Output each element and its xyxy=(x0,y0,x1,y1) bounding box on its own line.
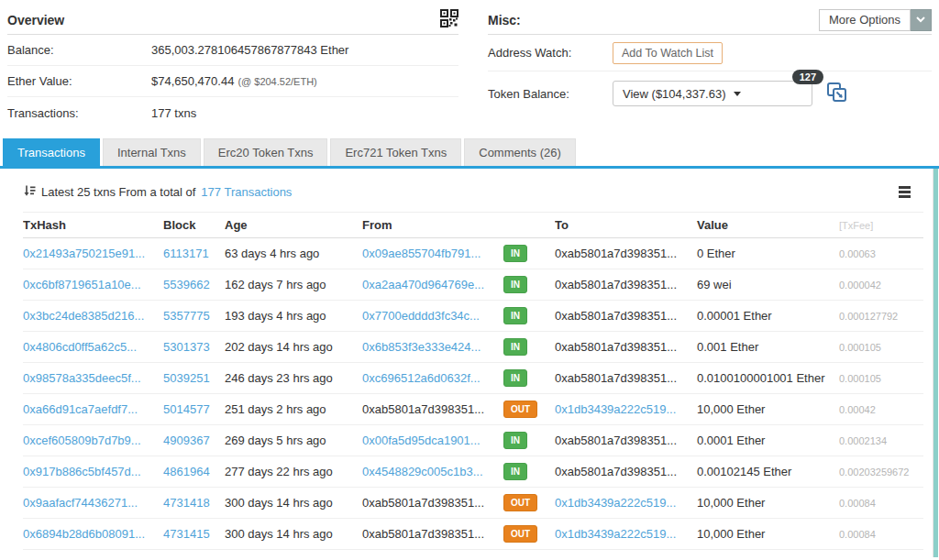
to-address[interactable]: 0x1db3439a222c519... xyxy=(555,496,676,510)
txfee-cell: 0.000127792 xyxy=(839,311,923,322)
from-address[interactable]: 0xc696512a6d0632f... xyxy=(362,371,481,385)
table-body: 0x21493a750215e91... 6113171 63 days 4 h… xyxy=(23,238,923,550)
from-address[interactable]: 0x6b853f3e333e424... xyxy=(362,340,481,354)
txfee-cell: 0.000042 xyxy=(839,280,923,291)
txhash-link[interactable]: 0x9aafacf74436271... xyxy=(23,496,138,510)
tab-transactions[interactable]: Transactions xyxy=(3,138,100,166)
age-cell: 246 days 23 hrs ago xyxy=(225,371,362,385)
txfee-cell: 0.00084 xyxy=(839,529,923,540)
caret-down-icon xyxy=(734,92,741,96)
direction-badge: IN xyxy=(503,245,527,262)
address-watch-row: Address Watch: Add To Watch List xyxy=(488,35,932,71)
table-row: 0x4806cd0ff5a62c5... 5301373 202 days 14… xyxy=(23,332,923,363)
direction-badge: IN xyxy=(503,432,527,449)
txfee-cell: 0.00084 xyxy=(839,498,923,509)
block-link[interactable]: 4909367 xyxy=(163,434,210,447)
more-options-label: More Options xyxy=(819,9,911,31)
add-to-watch-list-button[interactable]: Add To Watch List xyxy=(613,42,723,64)
txfee-cell: 0.000105 xyxy=(839,373,923,384)
to-address[interactable]: 0x1db3439a222c519... xyxy=(555,527,676,541)
from-address[interactable]: 0xa2aa470d964769e... xyxy=(362,278,484,291)
value-cell: 10,000 Ether xyxy=(697,527,839,541)
block-link[interactable]: 4861964 xyxy=(163,465,210,478)
txhash-link[interactable]: 0x98578a335deec5f... xyxy=(23,371,141,385)
chevron-down-icon[interactable] xyxy=(911,9,932,31)
token-balance-select[interactable]: View ($104,337.63) xyxy=(613,81,812,106)
table-row: 0xc6bf8719651a10e... 5539662 162 days 7 … xyxy=(23,269,923,301)
from-address[interactable]: 0x09ae855704fb791... xyxy=(362,247,481,260)
tab-internal-txns[interactable]: Internal Txns xyxy=(103,138,201,166)
overview-title: Overview xyxy=(7,13,64,27)
tab-erc20-token-txns[interactable]: Erc20 Token Txns xyxy=(204,138,328,166)
from-address[interactable]: 0x7700edddd3fc34c... xyxy=(362,309,480,323)
token-count-badge: 127 xyxy=(792,70,823,84)
more-options-button[interactable]: More Options xyxy=(819,9,932,31)
txn-summary-text: Latest 25 txns From a total of xyxy=(41,185,195,199)
transactions-table: TxHash Block Age From To Value [TxFee] 0… xyxy=(23,212,923,550)
expand-icon[interactable] xyxy=(825,81,848,106)
transactions-count-link[interactable]: 177 Transactions xyxy=(201,185,292,199)
table-row: 0x6894b28d6b08091... 4731415 300 days 14… xyxy=(23,519,923,550)
to-address: 0xab5801a7d398351... xyxy=(555,434,677,447)
value-cell: 10,000 Ether xyxy=(697,402,839,416)
table-row: 0x917b886c5bf457d... 4861964 277 days 22… xyxy=(23,456,923,488)
txhash-link[interactable]: 0x4806cd0ff5a62c5... xyxy=(23,340,137,354)
block-link[interactable]: 4731415 xyxy=(163,527,210,541)
txhash-link[interactable]: 0xa66d91ca7aefdf7... xyxy=(23,402,138,416)
ether-value-row: Ether Value: $74,650,470.44 (@ $204.52/E… xyxy=(7,66,458,97)
block-link[interactable]: 5539662 xyxy=(163,278,210,291)
txhash-link[interactable]: 0x6894b28d6b08091... xyxy=(23,527,145,541)
table-row: 0xa66d91ca7aefdf7... 5014577 251 days 2 … xyxy=(23,394,923,425)
block-link[interactable]: 6113171 xyxy=(163,247,209,260)
age-cell: 63 days 4 hrs ago xyxy=(225,247,362,260)
table-header-row: TxHash Block Age From To Value [TxFee] xyxy=(23,213,923,238)
qr-code-icon[interactable] xyxy=(440,9,458,30)
column-header-txhash: TxHash xyxy=(23,218,163,232)
block-link[interactable]: 5039251 xyxy=(163,371,210,385)
direction-badge: OUT xyxy=(503,525,537,543)
table-row: 0x9aafacf74436271... 4731418 300 days 14… xyxy=(23,488,923,519)
txfee-cell: 0.0002134 xyxy=(839,435,923,446)
from-address[interactable]: 0x00fa5d95dca1901... xyxy=(362,434,481,447)
txhash-link[interactable]: 0x917b886c5bf457d... xyxy=(23,465,141,478)
column-header-txfee: [TxFee] xyxy=(839,220,923,231)
txfee-cell: 0.000105 xyxy=(839,342,923,353)
to-address: 0xab5801a7d398351... xyxy=(555,340,677,354)
from-address: 0xab5801a7d398351... xyxy=(362,496,484,510)
table-row: 0x21493a750215e91... 6113171 63 days 4 h… xyxy=(23,238,923,269)
txfee-cell: 0.00063 xyxy=(839,248,923,259)
block-link[interactable]: 5301373 xyxy=(163,340,210,354)
txhash-link[interactable]: 0xcef605809b7d7b9... xyxy=(23,434,141,447)
menu-icon[interactable] xyxy=(897,184,912,200)
txhash-link[interactable]: 0x21493a750215e91... xyxy=(23,247,145,260)
tab-comments[interactable]: Comments (26) xyxy=(464,138,576,166)
to-address: 0xab5801a7d398351... xyxy=(555,309,677,323)
value-cell: 0.00001 Ether xyxy=(697,309,839,323)
column-header-from: From xyxy=(362,218,503,232)
age-cell: 277 days 22 hrs ago xyxy=(225,465,362,478)
transactions-panel: Latest 25 txns From a total of 177 Trans… xyxy=(0,169,933,557)
block-link[interactable]: 4731418 xyxy=(163,496,210,510)
table-row: 0x98578a335deec5f... 5039251 246 days 23… xyxy=(23,363,923,394)
txhash-link[interactable]: 0xc6bf8719651a10e... xyxy=(23,278,141,291)
txn-summary-bar: Latest 25 txns From a total of 177 Trans… xyxy=(0,169,933,212)
age-cell: 251 days 2 hrs ago xyxy=(225,402,362,416)
tab-erc721-token-txns[interactable]: Erc721 Token Txns xyxy=(330,138,461,166)
to-address: 0xab5801a7d398351... xyxy=(555,247,677,260)
to-address[interactable]: 0x1db3439a222c519... xyxy=(555,402,676,416)
block-link[interactable]: 5014577 xyxy=(163,402,210,416)
from-address[interactable]: 0x4548829c005c1b3... xyxy=(362,465,483,478)
direction-badge: IN xyxy=(503,463,527,480)
sort-icon xyxy=(23,184,36,200)
transactions-label: Transactions: xyxy=(7,106,151,120)
txhash-link[interactable]: 0x3bc24de8385d216... xyxy=(23,309,144,323)
direction-badge: OUT xyxy=(503,401,537,418)
value-cell: 69 wei xyxy=(697,278,839,291)
to-address: 0xab5801a7d398351... xyxy=(555,371,677,385)
block-link[interactable]: 5357775 xyxy=(163,309,210,323)
overview-panel: Overview Bala xyxy=(7,5,458,128)
table-row: 0x3bc24de8385d216... 5357775 193 days 4 … xyxy=(23,301,923,332)
token-balance-label: Token Balance: xyxy=(488,87,613,101)
value-cell: 0.001 Ether xyxy=(697,340,839,354)
txfee-cell: 0.00203259672 xyxy=(839,467,923,478)
